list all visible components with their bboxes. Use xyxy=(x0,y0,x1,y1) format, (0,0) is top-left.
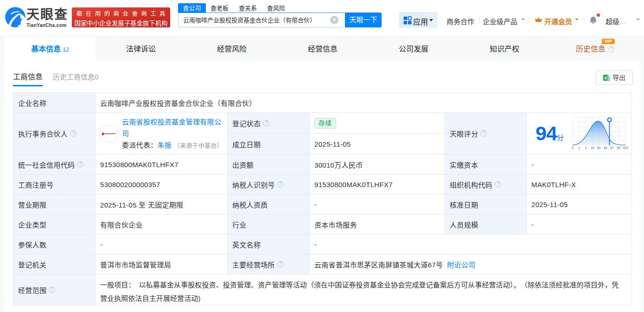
svg-text:3: 3 xyxy=(585,146,587,150)
svg-text:X: X xyxy=(604,76,607,80)
svg-text:85: 85 xyxy=(604,146,607,150)
svg-text:100: 100 xyxy=(623,146,628,150)
svg-text:15: 15 xyxy=(591,146,594,150)
svg-text:97: 97 xyxy=(610,146,614,150)
svg-text:99: 99 xyxy=(617,146,621,150)
svg-text:50: 50 xyxy=(597,146,601,150)
svg-text:0: 0 xyxy=(572,146,574,150)
svg-text:1: 1 xyxy=(578,146,580,150)
